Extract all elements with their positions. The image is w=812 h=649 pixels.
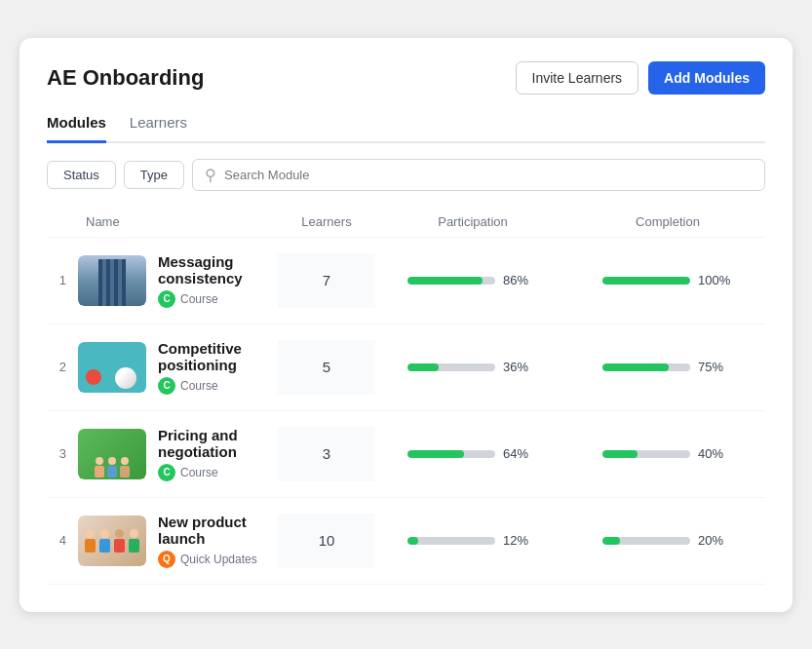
module-info: Pricing and negotiation C Course bbox=[158, 427, 278, 481]
search-input[interactable] bbox=[224, 168, 753, 182]
module-thumbnail bbox=[78, 342, 146, 393]
completion-col: 75% bbox=[570, 360, 765, 374]
table-row: 4 New product launch Q Quick Updates 10 … bbox=[47, 498, 765, 585]
participation-col: 64% bbox=[375, 446, 570, 461]
participation-col: 36% bbox=[375, 360, 570, 374]
completion-pct: 75% bbox=[698, 360, 733, 374]
col-learners: Learners bbox=[278, 214, 375, 229]
type-label: Course bbox=[180, 292, 218, 306]
completion-bar-fill bbox=[602, 277, 690, 285]
type-filter-button[interactable]: Type bbox=[124, 161, 184, 189]
learners-count: 3 bbox=[278, 427, 375, 481]
type-badge: C bbox=[158, 290, 175, 308]
module-list: 1 Messaging consistency C Course 7 86% 1… bbox=[47, 238, 765, 585]
completion-bar-fill bbox=[602, 363, 669, 371]
search-icon: ⚲ bbox=[205, 166, 216, 184]
row-number: 4 bbox=[47, 533, 66, 548]
module-info: New product launch Q Quick Updates bbox=[158, 514, 278, 568]
table-row: 1 Messaging consistency C Course 7 86% 1… bbox=[47, 238, 765, 324]
participation-pct: 86% bbox=[503, 273, 538, 287]
type-badge: C bbox=[158, 464, 175, 481]
module-info: Competitive positioning C Course bbox=[158, 340, 278, 395]
participation-bar-bg bbox=[407, 277, 495, 285]
completion-bar-bg bbox=[602, 450, 690, 458]
module-type: Q Quick Updates bbox=[158, 551, 278, 568]
table-row: 2 Competitive positioning C Course 5 36%… bbox=[47, 324, 765, 411]
completion-bar-bg bbox=[602, 537, 690, 545]
module-title: New product launch bbox=[158, 514, 278, 547]
participation-bar-fill bbox=[407, 450, 464, 458]
completion-bar-bg bbox=[602, 277, 690, 285]
module-thumb-wrap bbox=[78, 342, 146, 393]
module-thumb-wrap bbox=[78, 429, 146, 479]
module-thumb-wrap bbox=[78, 515, 146, 566]
learners-count: 10 bbox=[278, 514, 375, 568]
type-label: Course bbox=[180, 466, 218, 479]
tab-learners[interactable]: Learners bbox=[130, 114, 187, 143]
row-number: 2 bbox=[47, 360, 66, 374]
module-title: Messaging consistency bbox=[158, 253, 278, 286]
module-thumbnail bbox=[78, 429, 146, 479]
participation-pct: 12% bbox=[503, 533, 538, 548]
completion-bar-fill bbox=[602, 537, 620, 545]
participation-pct: 64% bbox=[503, 446, 538, 461]
learners-count: 7 bbox=[278, 253, 375, 308]
search-box: ⚲ bbox=[192, 159, 765, 191]
module-name-col: 4 New product launch Q Quick Updates bbox=[47, 514, 278, 568]
completion-pct: 100% bbox=[698, 273, 733, 287]
header-buttons: Invite Learners Add Modules bbox=[516, 61, 766, 95]
status-filter-button[interactable]: Status bbox=[47, 161, 116, 189]
row-number: 1 bbox=[47, 273, 66, 287]
completion-bar-bg bbox=[602, 363, 690, 371]
row-number: 3 bbox=[47, 446, 66, 461]
participation-bar-fill bbox=[407, 277, 483, 285]
participation-bar-fill bbox=[407, 537, 418, 545]
module-title: Pricing and negotiation bbox=[158, 427, 278, 460]
module-type: C Course bbox=[158, 464, 278, 481]
module-title: Competitive positioning bbox=[158, 340, 278, 373]
module-name-col: 2 Competitive positioning C Course bbox=[47, 340, 278, 395]
module-name-col: 1 Messaging consistency C Course bbox=[47, 253, 278, 308]
module-thumbnail bbox=[78, 515, 146, 566]
table-header: Name Learners Participation Completion bbox=[47, 207, 765, 238]
type-badge: C bbox=[158, 377, 175, 395]
learners-count: 5 bbox=[278, 340, 375, 395]
participation-bar-bg bbox=[407, 450, 495, 458]
col-completion: Completion bbox=[570, 214, 765, 229]
type-label: Quick Updates bbox=[180, 553, 257, 566]
main-card: AE Onboarding Invite Learners Add Module… bbox=[19, 38, 793, 612]
type-badge: Q bbox=[158, 551, 175, 568]
completion-col: 20% bbox=[570, 533, 765, 548]
module-name-col: 3 Pricing and negotiation C Course bbox=[47, 427, 278, 481]
invite-learners-button[interactable]: Invite Learners bbox=[516, 61, 639, 95]
table-row: 3 Pricing and negotiation C Course 3 64% bbox=[47, 411, 765, 498]
app-title: AE Onboarding bbox=[47, 65, 204, 91]
participation-bar-bg bbox=[407, 363, 495, 371]
participation-bar-fill bbox=[407, 363, 439, 371]
completion-col: 100% bbox=[570, 273, 765, 287]
filters-bar: Status Type ⚲ bbox=[47, 159, 765, 191]
completion-col: 40% bbox=[570, 446, 765, 461]
participation-pct: 36% bbox=[503, 360, 538, 374]
participation-col: 12% bbox=[375, 533, 570, 548]
module-type: C Course bbox=[158, 377, 278, 395]
completion-bar-fill bbox=[602, 450, 638, 458]
add-modules-button[interactable]: Add Modules bbox=[648, 61, 765, 95]
module-type: C Course bbox=[158, 290, 278, 308]
participation-bar-bg bbox=[407, 537, 495, 545]
module-thumb-wrap bbox=[78, 255, 146, 306]
completion-pct: 20% bbox=[698, 533, 733, 548]
module-thumbnail bbox=[78, 255, 146, 306]
tabs: Modules Learners bbox=[47, 114, 765, 143]
tab-modules[interactable]: Modules bbox=[47, 114, 106, 143]
module-info: Messaging consistency C Course bbox=[158, 253, 278, 308]
completion-pct: 40% bbox=[698, 446, 733, 461]
type-label: Course bbox=[180, 379, 218, 393]
col-name: Name bbox=[86, 214, 278, 229]
col-participation: Participation bbox=[375, 214, 570, 229]
participation-col: 86% bbox=[375, 273, 570, 287]
header: AE Onboarding Invite Learners Add Module… bbox=[47, 61, 765, 95]
